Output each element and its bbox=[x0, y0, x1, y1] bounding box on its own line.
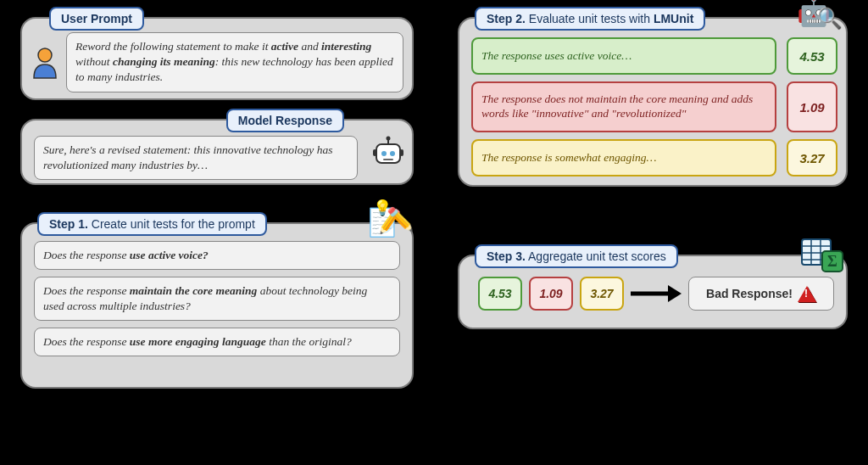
arrow-icon bbox=[629, 280, 683, 307]
verdict-box: Bad Response! bbox=[688, 277, 834, 311]
eval-text: The response uses active voice… bbox=[471, 37, 776, 75]
sigma-sheet-icon: Σ bbox=[800, 236, 844, 273]
model-response-text: Sure, here's a revised statement: this i… bbox=[34, 136, 358, 180]
eval-text: The response is somewhat engaging… bbox=[471, 139, 776, 176]
model-response-title: Model Response bbox=[226, 109, 344, 132]
agg-score-1: 4.53 bbox=[478, 277, 522, 311]
svg-rect-4 bbox=[383, 159, 393, 160]
step2-title: Step 2. Evaluate unit tests with LMUnit bbox=[475, 7, 705, 31]
eval-text: The response does not maintain the core … bbox=[471, 81, 776, 132]
unit-test-1: Does the response use active voice? bbox=[34, 241, 400, 270]
eval-score: 1.09 bbox=[787, 81, 837, 132]
user-prompt-text: Reword the following statement to make i… bbox=[66, 32, 403, 92]
model-response-panel: Model Response Sure, here's a revised st… bbox=[20, 119, 414, 185]
warning-icon bbox=[798, 286, 816, 302]
svg-point-2 bbox=[381, 151, 387, 156]
step1-panel: Step 1. Create unit tests for the prompt… bbox=[20, 222, 414, 389]
user-icon bbox=[31, 46, 59, 87]
svg-marker-18 bbox=[668, 285, 682, 302]
agg-score-2: 1.09 bbox=[529, 277, 573, 311]
user-prompt-panel: User Prompt Reword the following stateme… bbox=[20, 17, 414, 100]
eval-score: 4.53 bbox=[787, 37, 837, 75]
step2-panel: Step 2. Evaluate unit tests with LMUnit … bbox=[458, 17, 848, 187]
eval-row-1: The response uses active voice… 4.53 bbox=[471, 37, 837, 75]
eval-row-3: The response is somewhat engaging… 3.27 bbox=[471, 139, 837, 176]
svg-rect-8 bbox=[400, 149, 403, 156]
eval-score: 3.27 bbox=[787, 139, 837, 176]
step1-title: Step 1. Create unit tests for the prompt bbox=[37, 212, 267, 236]
eval-row-2: The response does not maintain the core … bbox=[471, 81, 837, 132]
unit-test-2: Does the response maintain the core mean… bbox=[34, 277, 400, 321]
agg-score-3: 3.27 bbox=[580, 277, 624, 311]
robot-magnifier-icon: 🤖 🔍 bbox=[797, 0, 844, 37]
svg-point-0 bbox=[38, 48, 52, 62]
robot-icon bbox=[371, 136, 405, 175]
svg-point-6 bbox=[387, 137, 391, 141]
svg-rect-7 bbox=[373, 149, 376, 156]
user-prompt-title: User Prompt bbox=[49, 7, 144, 31]
svg-point-3 bbox=[390, 151, 395, 156]
svg-text:Σ: Σ bbox=[827, 253, 837, 270]
notepad-pencil-icon: 📝 💡 ✏️ bbox=[368, 204, 409, 241]
step3-title: Step 3. Aggregate unit test scores bbox=[475, 244, 678, 268]
step3-panel: Step 3. Aggregate unit test scores Σ 4.5… bbox=[458, 255, 848, 329]
unit-test-3: Does the response use more engaging lang… bbox=[34, 328, 400, 356]
